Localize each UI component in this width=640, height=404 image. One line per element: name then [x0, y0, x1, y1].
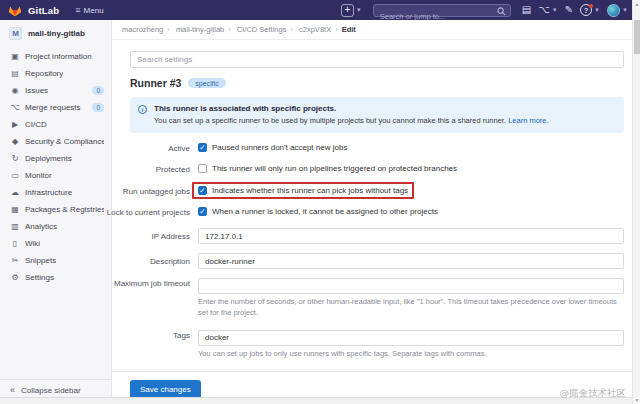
project-name: mall-tiny-gitlab	[28, 29, 85, 38]
ip-address-row: IP Address	[130, 228, 624, 244]
description-input[interactable]	[198, 253, 624, 269]
sidebar-item-label: Analytics	[25, 222, 57, 231]
tags-label: Tags	[106, 330, 198, 340]
breadcrumb-link[interactable]: mall-tiny-gitlab	[176, 25, 224, 34]
gitlab-logo-icon[interactable]	[8, 4, 22, 17]
hamburger-icon: ≡	[75, 5, 80, 15]
shield-icon: ◆	[10, 137, 20, 146]
sidebar-item-label: Repository	[25, 69, 63, 78]
tags-help-text: You can set up jobs to only use runners …	[198, 349, 624, 360]
scissors-icon: ✂	[10, 256, 20, 265]
locked-checkbox[interactable]	[198, 207, 207, 216]
project-information-icon: ▣	[10, 52, 20, 61]
scroll-down-arrow-icon[interactable]: ▼	[633, 397, 640, 403]
breadcrumb-separator: ›	[290, 25, 293, 34]
locked-checkbox-group[interactable]: When a runner is locked, it cannot be as…	[198, 207, 438, 216]
project-sidebar: M mall-tiny-gitlab ▣ Project information…	[0, 20, 112, 404]
protected-checkbox-group[interactable]: This runner will only run on pipelines t…	[198, 164, 457, 173]
monitor-icon: ▭	[10, 171, 20, 180]
breadcrumb-link[interactable]: macrozheng	[122, 25, 163, 34]
sidebar-item-infrastructure[interactable]: ☁ Infrastructure	[0, 184, 111, 201]
gitlab-brand-text[interactable]: GitLab	[28, 5, 59, 16]
scroll-up-arrow-icon[interactable]: ▲	[633, 1, 640, 7]
repository-icon: ▤	[10, 69, 20, 78]
new-item-menu-button[interactable]: + ▼	[341, 4, 362, 17]
sidebar-item-merge-requests[interactable]: ⌥ Merge requests 0	[0, 99, 111, 116]
merge-requests-menu-button[interactable]: ⌥ ▼	[538, 5, 557, 15]
active-checkbox[interactable]	[198, 143, 207, 152]
sidebar-project-link[interactable]: M mall-tiny-gitlab	[0, 20, 111, 46]
sidebar-item-monitor[interactable]: ▭ Monitor	[0, 167, 111, 184]
info-icon: i	[138, 105, 147, 114]
vertical-scrollbar[interactable]: ▲ ▼	[632, 0, 640, 404]
issues-icon[interactable]: ▤	[522, 5, 531, 15]
description-row: Description	[130, 253, 624, 269]
navbar-left: GitLab ≡ Menu	[8, 4, 104, 17]
top-navbar: GitLab ≡ Menu + ▼ ▤ ⌥ ▼ ✎ ? ▼	[0, 0, 640, 20]
chevron-down-icon: ▼	[622, 7, 628, 13]
ip-address-input[interactable]	[198, 228, 624, 244]
sidebar-item-label: Snippets	[25, 256, 56, 265]
sidebar-item-packages-registries[interactable]: ▦ Packages & Registries	[0, 201, 111, 218]
locked-checkbox-label: When a runner is locked, it cannot be as…	[212, 207, 438, 216]
learn-more-link[interactable]: Learn more.	[508, 116, 548, 125]
cicd-icon: ▶	[10, 120, 20, 129]
sidebar-item-cicd[interactable]: ▶ CI/CD	[0, 116, 111, 133]
gear-icon: ⚙	[10, 273, 20, 282]
menu-label: Menu	[84, 6, 104, 15]
sidebar-item-project-information[interactable]: ▣ Project information	[0, 48, 111, 65]
todos-icon[interactable]: ✎	[565, 5, 573, 15]
gitlab-window: GitLab ≡ Menu + ▼ ▤ ⌥ ▼ ✎ ? ▼	[0, 0, 640, 404]
scrollbar-thumb[interactable]	[634, 20, 640, 54]
sidebar-item-issues[interactable]: ◉ Issues 0	[0, 82, 111, 99]
breadcrumb-link[interactable]: CI/CD Settings	[237, 25, 287, 34]
navbar-right: + ▼ ▤ ⌥ ▼ ✎ ? ▼ ▼	[341, 4, 628, 17]
annotation-highlight-box[interactable]: Indicates whether this runner can pick j…	[192, 182, 414, 199]
sidebar-item-snippets[interactable]: ✂ Snippets	[0, 252, 111, 269]
description-label: Description	[106, 257, 198, 266]
sidebar-item-settings[interactable]: ⚙ Settings	[0, 269, 111, 286]
settings-content: Runner #3 specific i This runner is asso…	[112, 40, 640, 400]
menu-button[interactable]: ≡ Menu	[75, 5, 103, 15]
help-menu-button[interactable]: ? ▼	[580, 4, 600, 16]
run-untagged-checkbox-label: Indicates whether this runner can pick j…	[212, 186, 408, 195]
sidebar-item-label: Issues	[25, 86, 48, 95]
page-title: Runner #3	[130, 77, 181, 89]
user-menu-button[interactable]: ▼	[607, 4, 628, 17]
chevron-down-icon: ▼	[594, 7, 600, 13]
global-search	[373, 4, 511, 17]
sidebar-item-wiki[interactable]: ▯ Wiki	[0, 235, 111, 252]
protected-checkbox[interactable]	[198, 164, 207, 173]
runner-type-badge: specific	[188, 78, 225, 88]
run-untagged-checkbox[interactable]	[198, 186, 207, 195]
tags-row: Tags You can set up jobs to only use run…	[130, 330, 624, 360]
deployments-icon: ↻	[10, 154, 20, 163]
protected-row: Protected This runner will only run on p…	[130, 164, 624, 175]
tags-input[interactable]	[198, 330, 624, 346]
active-checkbox-group[interactable]: Paused runners don't accept new jobs	[198, 143, 347, 152]
sidebar-item-repository[interactable]: ▤ Repository	[0, 65, 111, 82]
settings-search-input[interactable]	[130, 51, 624, 68]
sidebar-item-analytics[interactable]: ▥ Analytics	[0, 218, 111, 235]
alert-heading: This runner is associated with specific …	[154, 104, 618, 113]
breadcrumb-link[interactable]: c2xpV8tX	[299, 25, 331, 34]
project-avatar: M	[9, 27, 22, 40]
breadcrumb-separator: ›	[228, 25, 231, 34]
protected-checkbox-label: This runner will only run on pipelines t…	[212, 164, 457, 173]
breadcrumb: macrozheng› mall-tiny-gitlab› CI/CD Sett…	[112, 20, 640, 40]
sidebar-item-security-compliance[interactable]: ◆ Security & Compliance	[0, 133, 111, 150]
sidebar-item-label: Packages & Registries	[25, 205, 104, 214]
run-untagged-row: Run untagged jobs Indicates whether this…	[130, 186, 624, 196]
horizontal-scrollbar[interactable]	[0, 397, 632, 404]
active-row: Active Paused runners don't accept new j…	[130, 143, 624, 153]
package-icon: ▦	[10, 205, 20, 214]
sidebar-item-label: Settings	[25, 273, 54, 282]
sidebar-item-label: Infrastructure	[25, 188, 72, 197]
sidebar-item-label: Security & Compliance	[25, 137, 104, 146]
run-untagged-label: Run untagged jobs	[106, 186, 198, 196]
sidebar-item-label: Deployments	[25, 154, 72, 163]
sidebar-item-deployments[interactable]: ↻ Deployments	[0, 150, 111, 167]
timeout-input[interactable]	[198, 278, 624, 294]
count-badge: 0	[92, 86, 104, 95]
cloud-icon: ☁	[10, 188, 20, 197]
